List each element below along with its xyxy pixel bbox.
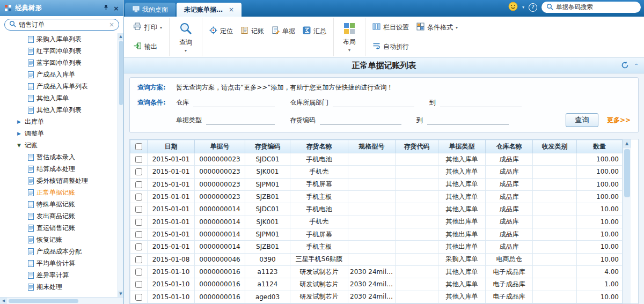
table-row[interactable]: 2015-01-08 0000000046 0390 三星手机S6贴膜 采购入库… — [130, 253, 623, 265]
table-row[interactable]: 2015-01-01 0000000014 SJZB01 手机主板 其他出库单 … — [130, 241, 623, 253]
warehouse-dept-input[interactable] — [333, 98, 414, 107]
inventory-code-to-input[interactable] — [427, 116, 509, 125]
table-row[interactable]: 2015-01-10 0000000016 aged03 研发试制芯片 2030… — [130, 291, 623, 303]
table-row[interactable]: 2015-01-01 0000000023 SJZB01 手机主板 其他入库单 … — [130, 190, 623, 203]
pin-icon[interactable] — [103, 4, 109, 12]
tab-my-desktop[interactable]: 我的桌面 — [125, 3, 175, 17]
row-checkbox[interactable] — [135, 269, 142, 276]
export-button[interactable]: 输出 — [130, 40, 165, 53]
sidebar-search-input[interactable] — [19, 21, 106, 28]
scroll-left-icon[interactable]: ◀ — [0, 298, 7, 304]
chevron-down-icon[interactable]: ▾ — [348, 48, 350, 53]
tree-item[interactable]: 发出商品记账 — [0, 210, 118, 222]
column-settings-button[interactable]: 栏目设置 — [369, 21, 412, 34]
barcode-search[interactable] — [541, 2, 641, 13]
layout-button[interactable]: 布局 ▾ — [338, 18, 361, 56]
inventory-code-input[interactable] — [320, 116, 401, 125]
collapse-panel-icon[interactable]: ⌃ — [634, 63, 639, 69]
tree-item[interactable]: 其他入库单 — [0, 92, 118, 104]
scrollbar-thumb[interactable] — [9, 299, 78, 303]
row-checkbox[interactable] — [135, 231, 142, 238]
row-checkbox[interactable] — [135, 294, 142, 301]
query-button[interactable]: 查询 ▾ — [173, 18, 198, 56]
scroll-up-icon[interactable]: ▲ — [118, 33, 124, 40]
table-row[interactable]: 2015-01-10 0000000016 a1123 研发试制芯片 2030 … — [130, 265, 623, 278]
column-header[interactable]: 单据类型 — [438, 140, 486, 153]
tab-unposted-documents[interactable]: 未记账单据… × — [177, 3, 241, 17]
locate-button[interactable]: 定位 — [206, 25, 236, 38]
scroll-down-icon[interactable]: ▼ — [118, 291, 124, 297]
scrollbar-thumb[interactable] — [119, 41, 123, 105]
document-button[interactable]: 单据 — [268, 25, 298, 38]
tab-close-icon[interactable]: × — [229, 6, 234, 13]
doc-type-input[interactable] — [206, 116, 275, 125]
row-checkbox[interactable] — [135, 256, 142, 263]
tree-item[interactable]: 暂估成本录入 — [0, 151, 118, 163]
post-button[interactable]: 记账 — [237, 25, 267, 38]
tree-item[interactable]: 产成品成本分配 — [0, 246, 118, 257]
scroll-up-icon[interactable]: ▲ — [623, 139, 631, 147]
column-header[interactable]: 单据号 — [195, 140, 245, 153]
tree-scrollbar[interactable]: ▲ ▼ — [118, 33, 123, 297]
close-sidebar-icon[interactable]: × — [113, 5, 119, 12]
tree-item[interactable]: 产成品入库单 — [0, 69, 118, 80]
expand-arrow-icon[interactable] — [17, 143, 25, 148]
column-header[interactable]: 规格型号 — [348, 140, 396, 153]
column-header[interactable]: 存货代码 — [396, 140, 438, 153]
tree-item[interactable]: 出库单 — [0, 116, 118, 128]
table-row[interactable]: 2015-01-01 0000000023 SJDC01 手机电池 其他入库单 … — [130, 153, 623, 166]
row-checkbox[interactable] — [135, 181, 142, 188]
expand-arrow-icon[interactable] — [17, 119, 25, 124]
refresh-icon[interactable] — [621, 61, 629, 71]
summarize-button[interactable]: 汇总 — [299, 25, 330, 38]
conditional-format-button[interactable]: 条件格式 ▾ — [413, 21, 461, 34]
table-row[interactable]: 2015-01-01 0000000023 SJPM01 手机屏幕 其他入库单 … — [130, 178, 623, 190]
emotion-icon[interactable] — [508, 2, 518, 13]
column-header[interactable]: 仓库名称 — [486, 140, 533, 153]
expand-arrow-icon[interactable] — [17, 131, 25, 136]
chevron-down-icon[interactable]: ▾ — [160, 25, 162, 30]
clear-search-icon[interactable]: × — [109, 21, 114, 28]
tree-item[interactable]: 平均单价计算 — [0, 257, 118, 269]
tree-item[interactable]: 产成品入库单列表 — [0, 80, 118, 92]
column-header[interactable]: 日期 — [148, 140, 195, 153]
tree-item[interactable]: 红字回冲单列表 — [0, 45, 118, 57]
barcode-search-input[interactable] — [556, 4, 636, 11]
tree-item[interactable]: 委外核销调整处理 — [0, 175, 118, 187]
scrollbar-thumb[interactable] — [624, 149, 630, 197]
select-all-checkbox[interactable] — [135, 143, 142, 150]
tree-item[interactable]: 其他入库单列表 — [0, 104, 118, 116]
help-icon[interactable]: ? — [529, 3, 537, 12]
table-row[interactable]: 2015-01-01 0000000014 SJK001 手机壳 其他出库单 成… — [130, 216, 623, 228]
table-row[interactable]: 2015-01-01 0000000014 SJDC01 手机电池 其他入库单 … — [130, 203, 623, 216]
row-checkbox[interactable] — [135, 168, 142, 175]
chevron-down-icon[interactable]: ▾ — [522, 5, 524, 10]
chevron-down-icon[interactable]: ▾ — [185, 48, 187, 53]
query-submit-button[interactable]: 查询 — [566, 113, 598, 127]
column-header[interactable]: 收发类别 — [533, 140, 577, 153]
table-scrollbar[interactable]: ▲ — [623, 139, 631, 303]
auto-wrap-button[interactable]: 自动折行 — [369, 41, 412, 53]
tree-item[interactable]: 正常单据记账 — [0, 187, 118, 198]
tree-item[interactable]: 结算成本处理 — [0, 163, 118, 175]
tree-item[interactable]: 期末处理 — [0, 281, 118, 293]
sidebar-horizontal-scrollbar[interactable]: ◀ — [0, 297, 123, 304]
tree-item[interactable]: 差异率计算 — [0, 269, 118, 281]
warehouse-input[interactable] — [193, 98, 275, 107]
row-checkbox[interactable] — [135, 156, 142, 163]
tree-item[interactable]: 恢复记账 — [0, 234, 118, 246]
column-header[interactable]: 数量 — [577, 140, 623, 153]
tree-item[interactable]: 记账 — [0, 139, 118, 151]
print-button[interactable]: 打印 ▾ — [130, 21, 165, 34]
row-checkbox[interactable] — [135, 219, 142, 226]
table-row[interactable]: 2015-01-10 0000000016 a1124 研发试制芯片 2030 … — [130, 278, 623, 291]
row-checkbox[interactable] — [135, 206, 142, 213]
warehouse-dept-to-input[interactable] — [440, 98, 522, 107]
table-row[interactable]: 2015-01-01 0000000014 SJPM01 手机屏幕 其他出库单 … — [130, 228, 623, 240]
chevron-down-icon[interactable]: ▾ — [456, 25, 458, 30]
tree-item[interactable]: 特殊单据记账 — [0, 198, 118, 210]
tree-item[interactable]: 采购入库单列表 — [0, 33, 118, 45]
column-header[interactable]: 存货编码 — [245, 140, 290, 153]
row-checkbox[interactable] — [135, 281, 142, 288]
tree-item[interactable]: 蓝字回冲单列表 — [0, 57, 118, 69]
